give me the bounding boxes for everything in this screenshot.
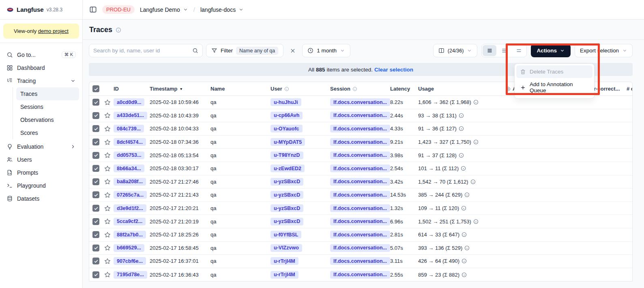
row-checkbox[interactable] xyxy=(92,245,99,251)
session-badge[interactable]: lf.docs.conversation... xyxy=(330,204,390,212)
info-icon[interactable] xyxy=(459,126,464,131)
star-icon[interactable] xyxy=(104,152,111,158)
header-name[interactable]: Name xyxy=(210,86,270,92)
row-checkbox[interactable] xyxy=(92,139,99,145)
user-badge[interactable]: u-OYauofc xyxy=(270,125,303,132)
star-icon[interactable] xyxy=(104,218,111,225)
row-checkbox[interactable] xyxy=(92,218,99,225)
info-icon[interactable] xyxy=(473,139,479,145)
sidebar-item-sessions[interactable]: Sessions xyxy=(16,100,79,113)
info-icon[interactable] xyxy=(462,258,467,264)
row-checkbox[interactable] xyxy=(92,205,99,212)
star-icon[interactable] xyxy=(104,245,111,251)
clear-filter-button[interactable] xyxy=(287,44,299,57)
trace-id-badge[interactable]: a433de51... xyxy=(114,112,147,119)
table-row[interactable]: 084c739...2025-02-18 10:04:33qau-OYauofc… xyxy=(89,122,632,136)
table-row[interactable]: 8dcf4574...2025-02-18 07:34:36qau-MYpDAT… xyxy=(89,136,632,149)
header-id[interactable]: ID xyxy=(114,86,150,92)
info-icon[interactable] xyxy=(459,113,464,118)
user-badge[interactable]: u-yzSBxcD xyxy=(270,178,303,186)
info-icon[interactable] xyxy=(459,153,464,158)
star-icon[interactable] xyxy=(104,99,111,106)
table-row[interactable]: 88f2a7b0...2025-02-17 18:25:26qau-f0YfBS… xyxy=(89,228,632,242)
trace-id-badge[interactable]: 084c739... xyxy=(114,125,144,132)
user-badge[interactable]: u-rTrjI4M xyxy=(270,271,298,279)
user-badge[interactable]: u-f0YfBSL xyxy=(270,231,301,238)
info-icon[interactable] xyxy=(461,166,466,171)
star-icon[interactable] xyxy=(104,178,111,185)
sidebar-item-users[interactable]: Users xyxy=(3,153,79,166)
row-checkbox[interactable] xyxy=(92,178,99,185)
search-box[interactable] xyxy=(89,44,203,57)
sidebar-item-scores[interactable]: Scores xyxy=(16,126,79,139)
session-badge[interactable]: lf.docs.conversation... xyxy=(330,218,390,225)
header-timestamp[interactable]: Timestamp ▼ xyxy=(150,86,210,92)
search-input[interactable] xyxy=(93,48,192,54)
table-row[interactable]: 5cca9cf2...2025-02-17 21:20:19qau-yzSBxc… xyxy=(89,215,632,228)
column-visibility-button[interactable]: (24/36) xyxy=(433,44,478,57)
trace-id-badge[interactable]: d3e9d1f2... xyxy=(114,204,146,212)
info-icon[interactable] xyxy=(461,206,466,211)
trace-id-badge[interactable]: dd05753... xyxy=(114,152,144,159)
star-icon[interactable] xyxy=(104,139,111,145)
header-session[interactable]: Session xyxy=(330,86,390,92)
row-checkbox[interactable] xyxy=(92,112,99,119)
row-height-medium-button[interactable] xyxy=(497,45,511,56)
star-icon[interactable] xyxy=(104,112,111,119)
actions-button[interactable]: Actions xyxy=(531,44,571,57)
header-latency[interactable]: Latency xyxy=(390,86,418,92)
info-icon[interactable] xyxy=(473,219,479,224)
star-icon[interactable] xyxy=(104,126,111,132)
session-badge[interactable]: lf.docs.conversation... xyxy=(330,112,390,119)
trace-id-badge[interactable]: 907cbf6e... xyxy=(114,257,146,265)
star-icon[interactable] xyxy=(104,192,111,198)
info-icon[interactable] xyxy=(462,232,467,237)
session-badge[interactable]: lf.docs.conversation... xyxy=(330,178,390,186)
trace-id-badge[interactable]: 07265c7a... xyxy=(114,191,147,199)
export-selection-button[interactable]: Export selection xyxy=(575,44,633,57)
user-badge[interactable]: u-huJhuJi xyxy=(270,98,301,106)
user-badge[interactable]: u-zEwdED2 xyxy=(270,165,305,172)
header-extra[interactable]: # c... xyxy=(627,86,632,92)
user-badge[interactable]: u-T98YnzD xyxy=(270,152,303,159)
sidebar-item-datasets[interactable]: Datasets xyxy=(3,192,79,205)
info-icon[interactable] xyxy=(470,179,476,184)
table-row[interactable]: 7195d78e...2025-02-17 16:36:43qau-rTrjI4… xyxy=(89,268,632,282)
sidebar-item-tracing[interactable]: Tracing xyxy=(3,74,79,87)
sidebar-item-traces[interactable]: Traces xyxy=(16,87,79,100)
row-checkbox[interactable] xyxy=(92,152,99,159)
row-height-small-button[interactable] xyxy=(483,45,496,56)
trace-id-badge[interactable]: 8dcf4574... xyxy=(114,138,146,146)
table-row[interactable]: 8b66a34...2025-02-18 03:30:17qau-zEwdED2… xyxy=(89,162,632,175)
row-checkbox[interactable] xyxy=(92,271,99,278)
row-checkbox[interactable] xyxy=(92,191,99,198)
session-badge[interactable]: lf.docs.conversation... xyxy=(330,257,390,265)
select-all-checkbox[interactable] xyxy=(92,85,99,92)
time-range-button[interactable]: 1 month xyxy=(302,44,350,57)
org-switcher[interactable]: Langfuse Demo xyxy=(140,6,188,13)
table-row[interactable]: 07265c7a...2025-02-17 21:21:43qau-yzSBxc… xyxy=(89,188,632,202)
info-icon[interactable] xyxy=(462,272,467,277)
session-badge[interactable]: lf.docs.conversation... xyxy=(330,191,390,199)
sidebar-toggle-icon[interactable] xyxy=(89,6,97,13)
search-icon[interactable] xyxy=(192,48,198,54)
session-badge[interactable]: lf.docs.conversation... xyxy=(330,231,390,238)
sidebar-item-prompts[interactable]: Prompts xyxy=(3,166,79,179)
header-user[interactable]: User xyxy=(270,86,330,92)
trace-id-badge[interactable]: ba8a208f... xyxy=(114,178,146,186)
user-badge[interactable]: u-rTrjI4M xyxy=(270,257,298,265)
menu-item-delete-traces[interactable]: Delete Traces xyxy=(516,65,592,78)
sidebar-item-observations[interactable]: Observations xyxy=(16,113,79,126)
star-icon[interactable] xyxy=(104,232,111,238)
trace-id-badge[interactable]: 8b66a34... xyxy=(114,165,144,172)
session-badge[interactable]: lf.docs.conversation... xyxy=(330,271,390,279)
table-row[interactable]: ba8a208f...2025-02-17 21:27:46qau-yzSBxc… xyxy=(89,175,632,189)
user-badge[interactable]: u-yzSBxcD xyxy=(270,218,303,225)
trace-id-badge[interactable]: 88f2a7b0... xyxy=(114,231,146,238)
trace-id-badge[interactable]: 5cca9cf2... xyxy=(114,218,146,225)
row-checkbox[interactable] xyxy=(92,125,99,132)
project-switcher[interactable]: langfuse-docs xyxy=(200,6,244,13)
table-row[interactable]: 907cbf6e...2025-02-17 16:37:01qau-rTrjI4… xyxy=(89,255,632,268)
sidebar-item-evaluation[interactable]: Evaluation xyxy=(3,140,79,153)
row-checkbox[interactable] xyxy=(92,165,99,172)
